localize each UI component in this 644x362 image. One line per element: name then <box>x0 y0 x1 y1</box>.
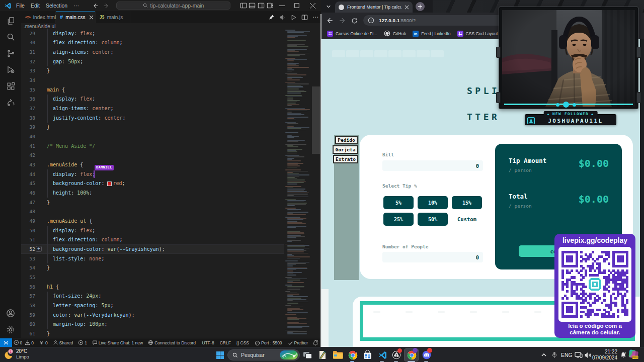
liveshare-shared-status[interactable]: Shared <box>51 340 74 345</box>
code-line[interactable]: 43.menuAside { <box>21 160 284 169</box>
encoding-status[interactable]: UTF-8 <box>201 340 216 345</box>
code-line[interactable]: 55 <box>21 273 284 282</box>
code-line[interactable]: 32 gap: 50px; <box>21 57 284 66</box>
code-line[interactable]: 34 <box>21 75 284 85</box>
menu-item-gorjeta[interactable]: Gorjeta <box>333 145 358 154</box>
store-button[interactable] <box>362 349 373 360</box>
layout-panel-icon[interactable] <box>249 2 256 9</box>
menu-more[interactable]: ⋯ <box>70 3 82 9</box>
port-status[interactable]: Port : 5500 <box>253 340 284 346</box>
source-control-icon[interactable] <box>0 46 21 61</box>
layout-sidebar-right-icon[interactable] <box>258 2 265 9</box>
code-line[interactable]: 35main { <box>21 85 284 95</box>
task-view-button[interactable] <box>302 349 313 360</box>
code-line[interactable]: 54} <box>21 263 284 273</box>
reload-icon[interactable] <box>351 18 358 24</box>
code-line[interactable]: 51 flex-direction: column; <box>21 235 284 244</box>
code-line[interactable]: 56h1 { <box>21 282 284 292</box>
code-line[interactable]: 44 display: flex;DAMNIEL <box>21 169 284 179</box>
tip-15-button[interactable]: 15% <box>452 196 482 209</box>
code-line[interactable]: 49.menuAside ul { <box>21 216 284 226</box>
code-line[interactable]: 58 letter-spacing: 5px; <box>21 301 284 310</box>
liveshare-chat-status[interactable]: Live Share Chat: 1 new <box>91 340 144 345</box>
tab-close-icon[interactable] <box>405 5 409 10</box>
layout-sidebar-icon[interactable] <box>240 2 247 9</box>
code-line[interactable]: 41/* Menu Aside */ <box>21 141 284 151</box>
minimap[interactable] <box>284 29 310 338</box>
eol-status[interactable]: CRLF <box>218 340 232 345</box>
nav-back-icon[interactable] <box>92 3 99 9</box>
live-share-icon[interactable] <box>0 95 21 110</box>
broadcast-status[interactable]: 0 <box>37 340 49 345</box>
problems-status[interactable]: 0 0 <box>12 340 35 345</box>
editor-scrollbar[interactable] <box>312 86 320 154</box>
tab-close-icon[interactable] <box>89 15 94 20</box>
taskbar-search[interactable]: Pesquisar <box>227 349 300 360</box>
menu-file[interactable]: File <box>13 3 28 9</box>
account-icon[interactable] <box>0 306 21 321</box>
prettier-status[interactable]: Prettier <box>286 340 309 346</box>
window-maximize-button[interactable] <box>290 0 304 11</box>
code-line[interactable]: 45 background-color: red; <box>21 179 284 189</box>
layout-customize-icon[interactable] <box>267 2 274 9</box>
code-line[interactable]: 60 margin-top: 100px; <box>21 319 284 329</box>
search-icon[interactable] <box>0 29 21 44</box>
bill-input[interactable]: 0 <box>382 160 483 171</box>
color-swatch[interactable] <box>108 182 111 186</box>
code-line[interactable]: 38 justify-content: center; <box>21 113 284 123</box>
pin-icon[interactable] <box>269 14 275 20</box>
code-editor[interactable]: 29 display: flex;30 flex-direction: colu… <box>21 29 284 338</box>
page-scrollbar[interactable] <box>640 39 644 347</box>
tab-main-js[interactable]: JS main.js <box>96 11 130 23</box>
tray-chevron-icon[interactable] <box>541 352 547 358</box>
code-line[interactable]: 30 flex-direction: column; <box>21 38 284 48</box>
code-line[interactable]: 53 list-style: none; <box>21 254 284 263</box>
run-icon[interactable] <box>290 14 297 21</box>
code-line[interactable]: 40 <box>21 132 284 141</box>
tray-volume-icon[interactable] <box>584 352 592 358</box>
code-line[interactable]: 61} <box>21 329 284 338</box>
code-line[interactable]: 31 align-items: center; <box>21 47 284 57</box>
tab-main-css[interactable]: # main.css <box>56 11 96 23</box>
vscode-taskbar-button[interactable] <box>377 349 388 360</box>
tip-50-button[interactable]: 50% <box>418 213 448 226</box>
tray-bell-icon[interactable]: z <box>620 351 627 358</box>
code-line[interactable]: 37 align-items: center; <box>21 104 284 113</box>
notifications-bell-icon[interactable] <box>311 340 320 346</box>
speaker-icon[interactable] <box>279 14 286 21</box>
tip-10-button[interactable]: 10% <box>418 196 448 209</box>
tray-clock[interactable]: 21:22 07/09/2024 <box>591 349 617 361</box>
extensions-icon[interactable] <box>0 78 21 94</box>
code-line[interactable]: 46 height: 100%; <box>21 188 284 198</box>
tray-cast-icon[interactable] <box>575 351 583 358</box>
window-close-button[interactable] <box>305 0 319 11</box>
tip-custom-button[interactable]: Custom <box>452 213 482 226</box>
bookmark-github[interactable]: GitHub <box>384 30 406 37</box>
bookmark-cursos[interactable]: Cursos Online de Fr... <box>327 31 377 37</box>
forward-icon[interactable] <box>339 17 346 24</box>
run-debug-icon[interactable] <box>0 62 21 77</box>
bookmark-cssgrid[interactable]: CSS Grid Layout <box>457 31 498 37</box>
tray-mic-icon[interactable] <box>551 351 557 358</box>
settings-gear-icon[interactable] <box>0 322 21 337</box>
screenrec-pro-button[interactable]: PRO <box>628 349 639 360</box>
remote-indicator[interactable] <box>0 338 12 347</box>
start-button[interactable] <box>214 349 225 360</box>
code-line[interactable]: 39} <box>21 123 284 132</box>
language-status[interactable]: {}CSS <box>235 340 251 345</box>
code-line[interactable]: 42 <box>21 151 284 160</box>
code-line[interactable]: 50 display: flex; <box>21 226 284 235</box>
more-actions-icon[interactable]: ⋯ <box>312 14 319 21</box>
tab-index-html[interactable]: <> index.html <box>21 11 56 23</box>
code-line[interactable]: 52 background-color: var(--Grayishcyan);… <box>21 244 284 254</box>
menu-item-pedido[interactable]: Pedido <box>335 136 358 144</box>
menu-edit[interactable]: Edit <box>28 3 43 9</box>
code-line[interactable]: 59 color: var(--Verydarkcyan); <box>21 310 284 320</box>
app-notebook[interactable] <box>317 349 329 360</box>
weather-widget[interactable]: 1 20°C Limpo <box>4 348 29 359</box>
code-line[interactable]: 47} <box>21 198 284 207</box>
tip-25-button[interactable]: 25% <box>383 213 414 226</box>
split-editor-icon[interactable] <box>301 14 308 21</box>
menu-selection[interactable]: Selection <box>43 3 70 9</box>
tab-search-chevron-icon[interactable] <box>326 4 331 9</box>
